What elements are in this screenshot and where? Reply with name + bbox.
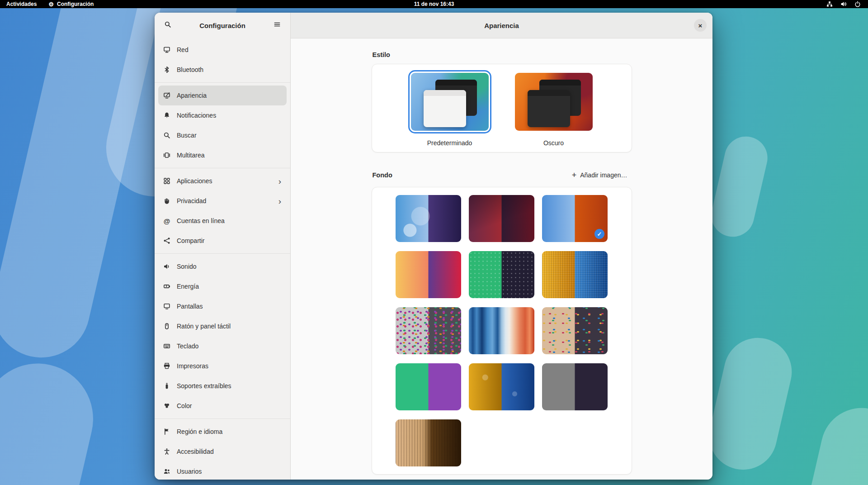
sidebar-item-label: Usuarios (177, 468, 202, 475)
hand-icon (163, 197, 171, 204)
focused-app-menu[interactable]: ⚙ Configuración (48, 1, 94, 7)
sidebar-item-label: Color (177, 402, 192, 409)
theme-option-default[interactable]: Predeterminado (408, 70, 491, 147)
bell-icon (163, 112, 171, 119)
sidebar-item-sonido[interactable]: Sonido (158, 257, 287, 276)
sidebar-item-accesibilidad[interactable]: Accesibilidad (158, 442, 287, 461)
top-bar: Actividades ⚙ Configuración 11 de nov 16… (0, 0, 868, 8)
wallpaper-shape (703, 331, 799, 476)
wallpaper-thumb-metaballs[interactable] (469, 363, 534, 410)
appearance-content: Estilo Predeterminado (291, 38, 712, 480)
wallpaper-thumb-waves[interactable] (396, 251, 461, 298)
sidebar-item-apariencia[interactable]: Apariencia (158, 86, 287, 105)
volume-icon (840, 1, 847, 7)
sidebar-item-soportes[interactable]: Soportes extraíbles (158, 376, 287, 396)
wallpaper-thumb-hexagons[interactable] (396, 195, 461, 242)
chevron-right-icon: › (278, 177, 282, 185)
search-icon (164, 21, 171, 30)
theme-preview-default (411, 73, 489, 131)
wallpaper-thumb-green-purple[interactable] (396, 363, 461, 410)
mock-window-light (424, 90, 466, 127)
sidebar-item-color[interactable]: Color (158, 396, 287, 416)
system-tray[interactable] (826, 1, 868, 7)
wallpaper-thumb-fishscale[interactable] (396, 307, 461, 354)
divider (155, 82, 290, 83)
sidebar-item-label: Privacidad (177, 197, 206, 204)
mock-window-dark-front (528, 90, 570, 127)
background-card: ✓ (372, 187, 632, 475)
mouse-icon (163, 323, 171, 330)
page-title: Apariencia (484, 22, 519, 29)
network-wired-icon (826, 1, 833, 7)
sidebar-item-label: Región e idioma (177, 428, 222, 435)
wallpaper-thumb-drips-blue-orange[interactable]: ✓ (542, 195, 608, 242)
divider (155, 418, 290, 419)
theme-option-dark[interactable]: Oscuro (512, 70, 595, 147)
wallpaper-thumb-drips-maroon[interactable] (469, 195, 534, 242)
sidebar-item-label: Buscar (177, 132, 197, 139)
sidebar-item-privacidad[interactable]: Privacidad › (158, 191, 287, 211)
background-section-heading: Fondo (373, 171, 392, 179)
wallpaper-thumb-wood[interactable] (396, 419, 461, 466)
network-icon (163, 46, 171, 53)
sidebar-item-label: Multitarea (177, 152, 204, 159)
wallpaper-thumb-mosaic[interactable] (542, 251, 608, 298)
hamburger-icon (274, 21, 281, 30)
sidebar-item-buscar[interactable]: Buscar (158, 125, 287, 145)
sidebar-item-label: Teclado (177, 342, 198, 350)
speaker-icon (163, 263, 171, 270)
main-pane: Apariencia × Estilo (291, 13, 712, 480)
sidebar-item-region[interactable]: Región e idioma (158, 422, 287, 442)
sidebar-item-red[interactable]: Red (158, 40, 287, 60)
multitask-icon (163, 152, 171, 159)
sidebar-item-label: Bluetooth (177, 66, 203, 73)
sidebar-item-notificaciones[interactable]: Notificaciones (158, 105, 287, 125)
theme-preview-dark (515, 73, 593, 131)
sidebar-item-label: Accesibilidad (177, 448, 214, 455)
sidebar-item-label: Notificaciones (177, 112, 216, 119)
sidebar-item-compartir[interactable]: Compartir (158, 231, 287, 251)
apps-grid-icon (163, 177, 171, 185)
sidebar-item-label: Compartir (177, 237, 204, 244)
wallpaper-shape (798, 400, 868, 485)
sidebar-item-cuentas[interactable]: @ Cuentas en línea (158, 211, 287, 231)
main-menu-button[interactable] (269, 18, 285, 33)
sidebar-item-raton[interactable]: Ratón y panel táctil (158, 316, 287, 336)
headerbar: Apariencia × (291, 13, 712, 38)
plus-icon: + (572, 171, 577, 179)
sidebar-item-bluetooth[interactable]: Bluetooth (158, 60, 287, 80)
flag-icon (163, 428, 171, 435)
activities-button[interactable]: Actividades (6, 1, 37, 7)
sidebar-item-energia[interactable]: Energía (158, 276, 287, 296)
appearance-icon (163, 92, 171, 99)
sidebar-item-multitarea[interactable]: Multitarea (158, 145, 287, 165)
sidebar-item-label: Aplicaciones (177, 177, 212, 185)
desktop: Actividades ⚙ Configuración 11 de nov 16… (0, 0, 868, 485)
wallpaper-thumb-dots-green[interactable] (469, 251, 534, 298)
close-button[interactable]: × (694, 19, 707, 32)
battery-icon (163, 283, 171, 290)
clock[interactable]: 11 de nov 16:43 (414, 1, 454, 7)
theme-selected-frame (408, 70, 491, 133)
wallpaper-thumb-climate-stripes[interactable] (469, 307, 534, 354)
wallpaper-thumb-gray-dark[interactable] (542, 363, 608, 410)
power-icon (854, 1, 861, 7)
keyboard-icon (163, 342, 171, 350)
sidebar-item-pantallas[interactable]: Pantallas (158, 296, 287, 316)
add-image-button[interactable]: + Añadir imagen… (567, 169, 632, 181)
sidebar-item-teclado[interactable]: Teclado (158, 336, 287, 356)
printer-icon (163, 362, 171, 370)
gear-icon: ⚙ (48, 1, 54, 7)
theme-label-dark: Oscuro (543, 139, 564, 147)
focused-app-name: Configuración (57, 1, 94, 7)
sidebar-item-aplicaciones[interactable]: Aplicaciones › (158, 171, 287, 191)
sidebar-item-impresoras[interactable]: Impresoras (158, 356, 287, 376)
search-button[interactable] (160, 18, 175, 33)
search-icon (163, 132, 171, 139)
sidebar-item-label: Ratón y panel táctil (177, 323, 231, 330)
style-card: Predeterminado Oscuro (372, 64, 632, 152)
wallpaper-shape (0, 352, 104, 485)
sidebar-item-usuarios[interactable]: Usuarios (158, 461, 287, 480)
wallpaper-thumb-stickers[interactable] (542, 307, 608, 354)
sidebar-item-label: Pantallas (177, 303, 203, 310)
